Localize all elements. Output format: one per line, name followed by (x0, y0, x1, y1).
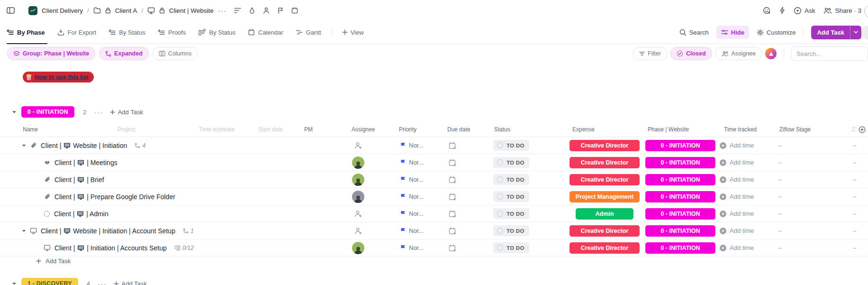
assignee-cell[interactable] (352, 171, 365, 188)
table-row[interactable]: Client || Admin Nor... TO DO Admin 0 - I… (0, 205, 868, 222)
table-row[interactable]: Client || Meetings Nor... TO DO Creative… (0, 154, 868, 171)
assignee-cell[interactable] (352, 205, 365, 222)
column-header-project[interactable]: Project (118, 122, 135, 137)
column-header-status[interactable]: Status (494, 122, 510, 137)
column-header-pm[interactable]: PM (304, 122, 313, 137)
subtask-count-badge[interactable]: 1 (183, 228, 194, 234)
add-task-caret[interactable] (850, 26, 861, 39)
assignee-cell[interactable] (352, 222, 365, 239)
person-icon[interactable] (263, 7, 270, 14)
ziflow-stage-cell[interactable]: – (778, 188, 782, 205)
filter-user-avatar[interactable] (765, 48, 777, 59)
group-add-task-button[interactable]: Add Task (114, 280, 147, 285)
time-tracked-cell[interactable]: Add time (719, 171, 754, 188)
priority-cell[interactable]: Nor... (400, 222, 424, 239)
column-header-phase[interactable]: Phase | Website (648, 122, 689, 137)
customize-button[interactable]: Customize (757, 29, 796, 36)
add-task-button[interactable]: Add Task (811, 26, 861, 39)
priority-cell[interactable]: Nor... (400, 239, 424, 256)
hide-button[interactable]: Hide (716, 26, 749, 39)
column-header-expense[interactable]: Expense (572, 122, 595, 137)
assignee-pill[interactable]: Assignee (715, 47, 762, 60)
breadcrumb-list[interactable]: Client | Website (169, 7, 214, 14)
add-task-row-button[interactable]: Add Task (0, 253, 71, 269)
assignee-cell[interactable] (352, 239, 365, 256)
due-date-cell[interactable] (449, 222, 456, 239)
group-collapse-toggle[interactable] (7, 282, 21, 285)
priority-cell[interactable]: Nor... (400, 154, 424, 171)
column-header-ziflow-stage[interactable]: Ziflow Stage (779, 122, 811, 137)
tab-proofs[interactable]: Proofs (152, 21, 192, 44)
droplet-icon[interactable] (249, 7, 255, 14)
group-more-button[interactable]: ··· (94, 108, 103, 116)
search-button[interactable]: Search (679, 29, 709, 36)
assignee-cell[interactable] (352, 188, 365, 205)
space-avatar[interactable] (28, 6, 37, 15)
time-tracked-cell[interactable]: Add time (719, 188, 754, 205)
priority-cell[interactable]: Nor... (400, 205, 424, 222)
clipped-cell[interactable]: – (853, 239, 856, 256)
time-tracked-cell[interactable]: Add time (719, 239, 754, 256)
phase-cell[interactable]: 0 - INITIATION (645, 171, 715, 188)
ziflow-stage-cell[interactable]: – (778, 205, 782, 222)
tab-by-status-board[interactable]: By Status (192, 21, 242, 44)
task-search-input[interactable] (791, 46, 868, 61)
expense-cell[interactable]: Admin (567, 205, 642, 222)
expense-cell[interactable]: Creative Director (567, 171, 642, 188)
column-header-assignee[interactable]: Assignee (352, 122, 375, 137)
tab-for-export[interactable]: For Export (51, 21, 103, 44)
group-add-task-button[interactable]: Add Task (110, 109, 143, 116)
list-details-icon[interactable] (234, 8, 241, 13)
table-row[interactable]: Client |Website | Initiation 4 Nor... TO… (0, 137, 868, 154)
priority-cell[interactable]: Nor... (400, 188, 424, 205)
ziflow-stage-cell[interactable]: – (778, 154, 782, 171)
filter-pill[interactable]: Filter (633, 47, 667, 60)
how-to-use-banner-link[interactable]: How to use this list (23, 72, 94, 83)
expense-cell[interactable]: Creative Director (567, 154, 642, 171)
status-cell[interactable]: TO DO (493, 222, 529, 239)
breadcrumb-space[interactable]: Client Delivery (42, 7, 83, 14)
time-tracked-cell[interactable]: Add time (719, 222, 754, 239)
expense-cell[interactable]: Creative Director (567, 137, 642, 154)
expense-cell[interactable]: Creative Director (567, 239, 642, 256)
row-expand-toggle[interactable] (22, 230, 26, 232)
assignee-cell[interactable] (352, 154, 365, 171)
share-button[interactable]: Share · 3 (823, 7, 861, 14)
breadcrumb-folder[interactable]: Client A (115, 7, 137, 14)
phase-cell[interactable]: 0 - INITIATION (645, 188, 715, 205)
clipped-cell[interactable]: – (853, 205, 856, 222)
status-cell[interactable]: TO DO (493, 137, 529, 154)
closed-pill[interactable]: Closed (670, 47, 712, 60)
ziflow-stage-cell[interactable]: – (778, 222, 782, 239)
expense-cell[interactable]: Project Management (567, 188, 642, 205)
phase-cell[interactable]: 0 - INITIATION (645, 205, 715, 222)
tab-by-status[interactable]: By Status (102, 21, 152, 44)
calendar-icon[interactable] (291, 7, 298, 14)
table-row[interactable]: Client || Prepare Google Drive Folder No… (0, 188, 868, 205)
column-header-priority[interactable]: Priority (399, 122, 416, 137)
due-date-cell[interactable] (449, 171, 456, 188)
due-date-cell[interactable] (449, 154, 456, 171)
priority-cell[interactable]: Nor... (400, 137, 424, 154)
due-date-cell[interactable] (449, 205, 456, 222)
tab-gantt[interactable]: Gantt (289, 21, 327, 44)
column-header-name[interactable]: Name (23, 122, 38, 137)
priority-cell[interactable]: Nor... (400, 171, 424, 188)
status-cell[interactable]: TO DO (493, 171, 529, 188)
table-row[interactable]: Client || Initiation | Accounts Setup 0/… (0, 239, 868, 257)
column-header-due-date[interactable]: Due date (447, 122, 470, 137)
ask-ai-button[interactable]: Ask (794, 7, 815, 15)
clipped-cell[interactable]: – (853, 171, 856, 188)
due-date-cell[interactable] (449, 137, 456, 154)
clipped-cell[interactable]: – (853, 137, 856, 154)
group-more-button[interactable]: ··· (98, 280, 107, 285)
add-column-icon[interactable] (859, 122, 866, 137)
time-tracked-cell[interactable]: Add time (719, 205, 754, 222)
due-date-cell[interactable] (449, 188, 456, 205)
ziflow-stage-cell[interactable]: – (778, 171, 782, 188)
row-expand-toggle[interactable] (22, 144, 26, 147)
assignee-cell[interactable] (352, 137, 365, 154)
checklist-progress-badge[interactable]: 0/12 (174, 245, 194, 251)
flag-icon[interactable] (278, 7, 283, 14)
sidebar-toggle-icon[interactable] (7, 7, 15, 14)
